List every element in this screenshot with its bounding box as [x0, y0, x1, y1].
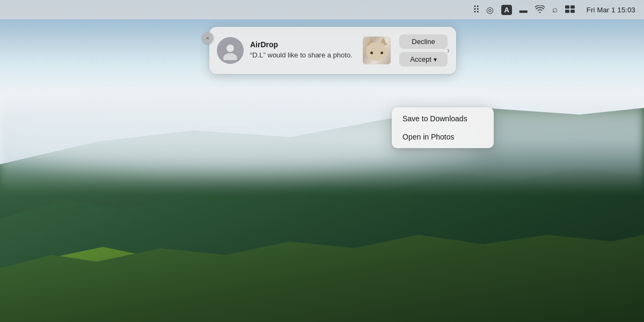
keyboard-icon[interactable]: A: [501, 5, 511, 15]
menubar-datetime: Fri Mar 1 15:03: [587, 6, 635, 14]
svg-point-4: [226, 45, 234, 52]
control-center-icon[interactable]: [565, 5, 575, 14]
svg-rect-3: [570, 10, 575, 13]
menubar-icons: ⠿ ◎ A ▬ ⌕ Fri Mar 1 15:0: [473, 4, 635, 16]
accept-label: Accept: [410, 55, 431, 63]
wifi-icon[interactable]: [535, 5, 545, 14]
accept-dropdown-menu: Save to Downloads Open in Photos: [392, 107, 494, 148]
save-to-downloads-item[interactable]: Save to Downloads: [392, 109, 494, 128]
notification-content: AirDrop “D.L” would like to share a phot…: [217, 34, 448, 67]
cat-eye-left: [370, 52, 373, 54]
cat-face: [366, 42, 387, 61]
notification-title: AirDrop: [250, 40, 356, 49]
notification-buttons: Decline Accept ▾: [399, 34, 448, 67]
sender-avatar: [217, 37, 244, 64]
decline-button[interactable]: Decline: [399, 34, 448, 49]
open-in-photos-item[interactable]: Open in Photos: [392, 128, 494, 146]
svg-point-5: [223, 53, 237, 60]
notification-message: “D.L” would like to share a photo.: [250, 50, 356, 60]
battery-icon[interactable]: ▬: [519, 5, 528, 14]
cat-eyes: [370, 52, 383, 54]
photo-thumbnail: [363, 36, 391, 64]
cat-eye-right: [380, 52, 383, 54]
accept-button[interactable]: Accept ▾: [399, 52, 448, 67]
cat-image: [363, 36, 391, 64]
search-icon[interactable]: ⌕: [552, 4, 558, 15]
airdrop-icon[interactable]: ◎: [486, 5, 494, 15]
svg-rect-2: [565, 10, 569, 13]
svg-rect-0: [565, 5, 569, 9]
notification-container: × › AirDrop “D.L” would like to share a …: [209, 27, 456, 74]
dots-icon[interactable]: ⠿: [473, 4, 479, 16]
airdrop-notification: × › AirDrop “D.L” would like to share a …: [209, 27, 456, 74]
notification-text: AirDrop “D.L” would like to share a phot…: [250, 40, 356, 60]
menubar: ⠿ ◎ A ▬ ⌕ Fri Mar 1 15:0: [0, 0, 644, 19]
svg-rect-1: [570, 5, 575, 9]
notification-close-button[interactable]: ×: [202, 32, 214, 44]
notification-expand-chevron[interactable]: ›: [447, 46, 450, 55]
accept-chevron-icon: ▾: [434, 56, 437, 63]
